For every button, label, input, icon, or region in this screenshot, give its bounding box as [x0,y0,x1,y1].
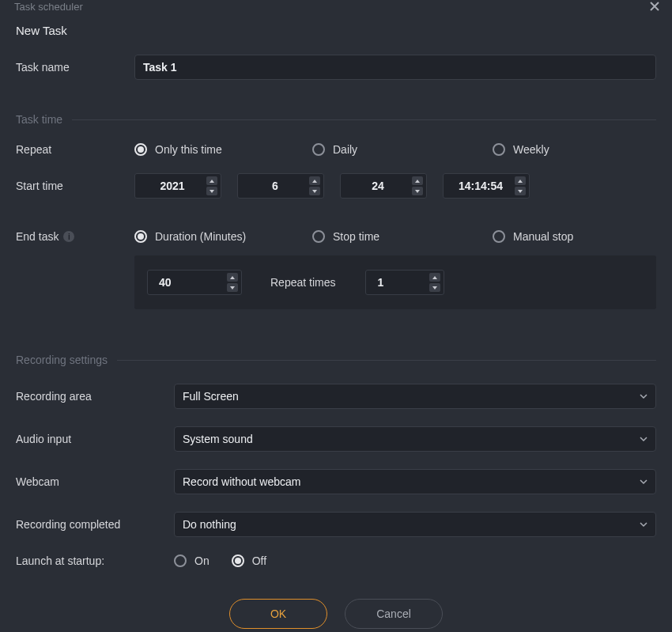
radio-icon [312,143,325,156]
chevron-down-icon[interactable] [515,187,526,195]
repeat-only-this-time[interactable]: Only this time [134,143,312,156]
section-heading-recording: Recording settings [16,354,108,366]
radio-icon [174,554,187,567]
repeat-times-stepper[interactable]: 1 [365,270,444,295]
end-task-panel: 40 Repeat times 1 [134,255,656,309]
radio-icon [312,230,325,243]
titlebar: Task scheduler [0,0,672,13]
radio-icon [232,554,244,567]
chevron-down-icon [640,478,647,486]
info-icon[interactable]: i [63,231,74,242]
select-value: Record without webcam [183,475,300,488]
audio-input-select[interactable]: System sound [174,426,656,452]
webcam-row: Webcam Record without webcam [16,469,656,494]
radio-label: On [194,554,210,567]
chevron-down-icon[interactable] [227,283,238,292]
radio-icon [493,143,505,156]
spin-arrows [227,273,238,292]
chevron-up-icon[interactable] [206,176,217,185]
dialog-footer: OK Cancel [16,585,656,632]
divider [117,360,656,361]
close-icon[interactable] [648,0,661,13]
repeat-daily[interactable]: Daily [312,143,493,156]
end-task-manual-stop[interactable]: Manual stop [493,230,656,243]
chevron-down-icon[interactable] [429,283,440,292]
end-task-stop-time[interactable]: Stop time [312,230,493,243]
radio-icon [134,230,147,243]
end-task-row: End task i Duration (Minutes) Stop time … [16,230,656,243]
end-task-duration[interactable]: Duration (Minutes) [134,230,312,243]
start-year-stepper[interactable]: 2021 [134,173,221,199]
spin-arrows [412,176,423,195]
audio-input-row: Audio input System sound [16,426,656,452]
repeat-row: Repeat Only this time Daily Weekly [16,143,656,156]
spin-arrows [309,176,320,195]
start-clock-stepper[interactable]: 14:14:54 [443,173,530,199]
task-name-label: Task name [16,61,134,74]
start-time-row: Start time 2021 6 24 [16,173,656,199]
repeat-times-label: Repeat times [270,276,342,289]
repeat-weekly[interactable]: Weekly [493,143,656,156]
radio-label: Duration (Minutes) [155,230,246,243]
chevron-up-icon[interactable] [227,273,238,282]
start-month-stepper[interactable]: 6 [237,173,324,199]
section-task-time: Task time [16,113,656,126]
radio-label: Stop time [333,230,379,243]
end-task-panel-row: 40 Repeat times 1 [16,255,656,309]
launch-at-startup-label: Launch at startup: [16,554,174,567]
task-name-row: Task name [16,55,656,80]
duration-stepper[interactable]: 40 [147,270,242,295]
cancel-button[interactable]: Cancel [345,599,443,629]
spin-arrows [515,176,526,195]
audio-input-label: Audio input [16,433,174,445]
launch-at-startup-row: Launch at startup: On Off [16,554,656,567]
chevron-up-icon[interactable] [429,273,440,282]
window-title: Task scheduler [14,1,83,13]
radio-icon [493,230,505,243]
divider [72,119,656,120]
chevron-up-icon[interactable] [515,176,526,185]
recording-completed-label: Recording completed [16,518,174,531]
end-task-label: End task i [16,230,134,243]
dialog-body: New Task Task name Task time Repeat Only… [0,13,672,632]
recording-completed-row: Recording completed Do nothing [16,512,656,537]
page-title: New Task [16,24,656,37]
recording-completed-select[interactable]: Do nothing [174,512,656,537]
recording-area-row: Recording area Full Screen [16,384,656,409]
radio-label: Weekly [513,143,549,156]
start-time-label: Start time [16,180,134,192]
chevron-down-icon [640,392,647,400]
task-name-input[interactable] [134,55,656,80]
start-day-stepper[interactable]: 24 [340,173,427,199]
spin-arrows [429,273,440,292]
webcam-label: Webcam [16,475,174,488]
select-value: Full Screen [183,390,239,403]
recording-area-select[interactable]: Full Screen [174,384,656,409]
ok-button[interactable]: OK [229,599,327,629]
recording-area-label: Recording area [16,390,174,403]
section-heading-task-time: Task time [16,113,62,126]
chevron-up-icon[interactable] [309,176,320,185]
section-recording: Recording settings [16,354,656,366]
chevron-down-icon[interactable] [309,187,320,195]
radio-label: Manual stop [513,230,573,243]
select-value: System sound [183,433,253,445]
chevron-up-icon[interactable] [412,176,423,185]
repeat-label: Repeat [16,143,134,156]
radio-label: Only this time [155,143,222,156]
chevron-down-icon [640,435,647,443]
radio-label: Off [252,554,266,567]
radio-icon [134,143,147,156]
chevron-down-icon[interactable] [412,187,423,195]
launch-off[interactable]: Off [232,554,266,567]
select-value: Do nothing [183,518,236,531]
task-scheduler-window: Task scheduler New Task Task name Task t… [0,0,672,632]
chevron-down-icon[interactable] [206,187,217,195]
radio-label: Daily [333,143,357,156]
chevron-down-icon [640,520,647,528]
webcam-select[interactable]: Record without webcam [174,469,656,494]
launch-on[interactable]: On [174,554,210,567]
spin-arrows [206,176,217,195]
